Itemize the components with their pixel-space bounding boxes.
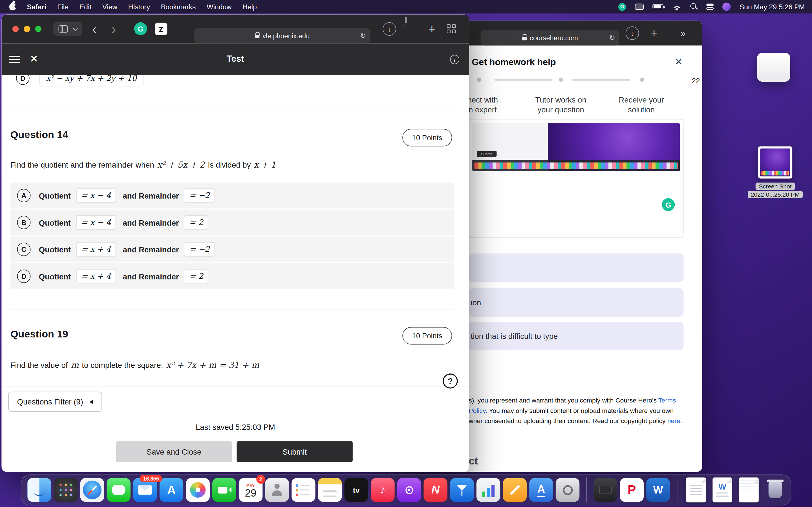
form-field-2-text: ion: [471, 298, 481, 307]
menu-edit[interactable]: Edit: [80, 3, 92, 11]
z-extension-icon[interactable]: Z: [155, 23, 167, 35]
screenshot-file-label: Screen Shot 2022-0...25.20 PM: [739, 182, 811, 198]
copyright-policy-link[interactable]: here: [667, 417, 680, 425]
dock-safari-icon[interactable]: [80, 478, 104, 502]
dock-launchpad-icon[interactable]: [54, 478, 78, 502]
dock-contacts-icon[interactable]: [265, 478, 289, 502]
dock-facetime-icon[interactable]: [212, 478, 236, 502]
grammarly-extension-icon[interactable]: G: [134, 22, 147, 35]
option-letter[interactable]: D: [16, 75, 30, 85]
downloads-button[interactable]: ↓: [626, 26, 639, 40]
minimize-window-button[interactable]: [24, 26, 30, 32]
remainder-value: = 2: [185, 270, 208, 283]
form-field-3[interactable]: tion that is difficult to type: [469, 322, 683, 350]
dock-music-icon[interactable]: ♪: [371, 478, 395, 502]
form-field-1[interactable]: [469, 253, 683, 282]
form-field-2[interactable]: ion: [469, 288, 683, 317]
questions-filter-button[interactable]: Questions Filter (9): [8, 392, 102, 412]
dock-dark-app-icon[interactable]: [594, 478, 617, 502]
grammarly-floating-icon[interactable]: G: [662, 198, 675, 211]
example-screenshot-image: Submit: [472, 123, 680, 171]
answer-option-row[interactable]: D Quotient = x + 4 and Remainder = 2: [10, 263, 454, 289]
screenshot-file[interactable]: Screen Shot 2022-0...25.20 PM: [758, 147, 792, 198]
math-expression: x² + 5x + 2: [157, 160, 205, 170]
info-icon[interactable]: i: [450, 55, 459, 64]
question-19-prompt: Find the value of m to complete the squa…: [10, 360, 259, 370]
user-avatar-icon[interactable]: [722, 3, 730, 11]
remainder-label: and Remainder: [123, 272, 179, 281]
new-tab-button[interactable]: +: [425, 22, 439, 36]
dock-trash-icon[interactable]: [763, 478, 787, 502]
back-button[interactable]: ‹: [87, 22, 101, 36]
remainder-value: = −2: [185, 242, 214, 256]
test-window[interactable]: ‹ › G Z vle.phoenix.edu ↻ ↓ ↑ + × Test i: [2, 14, 469, 472]
dock-word-document-file[interactable]: W: [711, 478, 734, 502]
dock-finder-icon[interactable]: [28, 478, 51, 502]
option-letter[interactable]: A: [17, 189, 31, 202]
wifi-icon[interactable]: [672, 3, 681, 10]
forward-button[interactable]: ›: [107, 22, 121, 36]
apple-logo-icon[interactable]: [9, 3, 16, 10]
desktop-widget[interactable]: [757, 53, 790, 82]
dock-word-icon[interactable]: W: [646, 478, 670, 502]
dock-chart-app-icon[interactable]: [476, 478, 500, 502]
policy-link[interactable]: Policy.: [469, 407, 487, 414]
coursehero-address-bar[interactable]: coursehero.com ↻: [480, 30, 619, 46]
menu-help[interactable]: Help: [243, 3, 257, 11]
dock-spreadsheet-file[interactable]: [737, 478, 761, 502]
save-and-close-button[interactable]: Save and Close: [116, 441, 232, 462]
address-bar[interactable]: vle.phoenix.edu ↻: [194, 28, 370, 43]
dock-calendar-icon[interactable]: MAY 29 2: [239, 478, 262, 502]
menubar-clock[interactable]: Sun May 29 5:26 PM: [740, 3, 805, 11]
menubar-keyboard-icon[interactable]: [635, 4, 644, 10]
math-expression: x + 1: [254, 160, 276, 170]
quotient-label: Quotient: [39, 191, 71, 200]
terms-link[interactable]: Terms: [658, 397, 676, 404]
dock-document-file[interactable]: [684, 478, 708, 502]
grammarly-menubar-icon[interactable]: G: [618, 3, 626, 11]
dock-mail-icon[interactable]: 16,855: [133, 478, 157, 502]
battery-icon[interactable]: [652, 4, 663, 9]
menu-window[interactable]: Window: [207, 3, 232, 11]
sidebar-toggle-button[interactable]: [53, 22, 82, 36]
answer-option-row[interactable]: C Quotient = x + 4 and Remainder = −2: [10, 236, 454, 262]
submit-button[interactable]: Submit: [237, 441, 352, 462]
dock-appletv-icon[interactable]: tv: [344, 478, 368, 502]
dock-appstore-icon[interactable]: A: [160, 478, 183, 502]
tab-overview-button[interactable]: [447, 24, 455, 33]
option-letter[interactable]: D: [17, 270, 31, 283]
dock-blue-glass-app-icon[interactable]: [450, 478, 474, 502]
dock-reminders-icon[interactable]: [292, 478, 315, 502]
dock-photos-icon[interactable]: [186, 478, 209, 502]
zoom-window-button[interactable]: [35, 26, 42, 32]
new-tab-button[interactable]: +: [647, 26, 661, 40]
answer-option-row[interactable]: B Quotient = x − 4 and Remainder = 2: [10, 210, 454, 235]
dock-messages-icon[interactable]: [107, 478, 130, 502]
example-dock-icons: [474, 162, 678, 169]
menu-view[interactable]: View: [102, 3, 117, 11]
menu-history[interactable]: History: [128, 3, 150, 11]
menu-file[interactable]: File: [57, 3, 68, 11]
dock-red-p-app-icon[interactable]: P: [620, 478, 644, 502]
screenshot-thumbnail[interactable]: [758, 147, 792, 179]
control-center-icon[interactable]: [706, 4, 714, 10]
dock-podcasts-icon[interactable]: [397, 478, 421, 502]
option-letter[interactable]: C: [17, 242, 31, 256]
option-letter[interactable]: B: [17, 216, 31, 229]
dock-news-icon[interactable]: N: [423, 478, 447, 502]
dock-notes-icon[interactable]: [318, 478, 342, 502]
close-window-button[interactable]: [12, 26, 18, 32]
menu-bookmarks[interactable]: Bookmarks: [161, 3, 196, 11]
dock-pages-icon[interactable]: [503, 478, 526, 502]
spotlight-search-icon[interactable]: [690, 3, 698, 10]
close-modal-icon[interactable]: ×: [675, 55, 682, 69]
answer-option-row[interactable]: A Quotient = x − 4 and Remainder = −2: [10, 182, 454, 209]
reload-icon[interactable]: ↻: [609, 34, 615, 42]
more-toolbar-button[interactable]: »: [676, 26, 690, 40]
downloads-button[interactable]: ↓: [383, 22, 396, 36]
dock-system-preferences-icon[interactable]: [556, 478, 579, 502]
menu-app-name[interactable]: Safari: [27, 3, 47, 11]
reload-icon[interactable]: ↻: [360, 32, 366, 40]
dock-blue-a-app-icon[interactable]: A: [529, 478, 553, 502]
page-indicator: 22: [692, 76, 700, 85]
